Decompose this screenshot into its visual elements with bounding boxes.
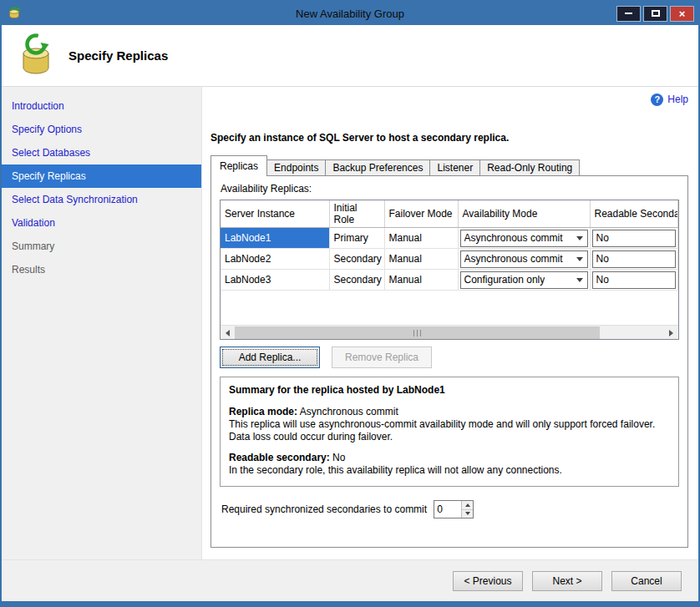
scrollbar-thumb[interactable] xyxy=(235,326,600,339)
initial-role-cell: Secondary xyxy=(329,270,384,291)
sidebar-item-summary: Summary xyxy=(2,235,201,258)
chevron-down-icon xyxy=(576,257,583,261)
spinner-down-icon xyxy=(465,512,470,515)
sidebar-item-select-data-synchronization[interactable]: Select Data Synchronization xyxy=(2,188,201,211)
page-title: Specify Replicas xyxy=(68,48,168,63)
window-bottom-border xyxy=(2,601,698,605)
help-icon: ? xyxy=(651,94,663,106)
availability-mode-value: Configuration only xyxy=(464,274,545,286)
tab-read-only-routing[interactable]: Read-Only Routing xyxy=(479,159,580,176)
replicas-tab-panel: Availability Replicas: Server Instance I… xyxy=(211,175,688,548)
availability-replicas-label: Availability Replicas: xyxy=(220,183,679,195)
horizontal-scrollbar[interactable] xyxy=(221,325,678,339)
replica-mode-label: Replica mode: xyxy=(229,406,297,417)
availability-mode-dropdown[interactable]: Configuration only xyxy=(460,271,588,289)
server-instance-cell[interactable]: LabNode1 xyxy=(221,228,329,249)
readable-secondary-dropdown[interactable]: No xyxy=(592,230,677,247)
wizard-header: Specify Replicas xyxy=(2,25,698,87)
scroll-right-icon xyxy=(669,330,673,336)
replica-buttons-row: Add Replica... Remove Replica xyxy=(220,346,679,368)
sidebar-item-select-databases[interactable]: Select Databases xyxy=(2,141,201,164)
titlebar[interactable]: New Availability Group × xyxy=(2,2,698,25)
availability-mode-value: Asynchronous commit xyxy=(464,232,563,244)
column-header-server-instance: Server Instance xyxy=(221,200,329,228)
failover-mode-cell: Manual xyxy=(384,228,458,249)
summary-title: Summary for the replica hosted by LabNod… xyxy=(229,384,670,397)
help-row: ? Help xyxy=(209,92,688,107)
readable-secondary-summary-value: No xyxy=(332,452,345,463)
sidebar-item-results: Results xyxy=(2,258,201,281)
readable-secondary-dropdown[interactable]: No xyxy=(592,271,677,289)
replica-summary-box: Summary for the replica hosted by LabNod… xyxy=(220,377,679,487)
add-replica-button[interactable]: Add Replica... xyxy=(220,346,320,368)
spinner-up-button[interactable] xyxy=(462,501,473,510)
tab-listener[interactable]: Listener xyxy=(429,159,480,176)
dialog-footer: < Previous Next > Cancel xyxy=(2,559,698,601)
initial-role-cell: Primary xyxy=(329,228,384,249)
wizard-steps-sidebar: Introduction Specify Options Select Data… xyxy=(2,87,202,559)
sidebar-item-specify-options[interactable]: Specify Options xyxy=(2,118,201,141)
availability-mode-dropdown[interactable]: Asynchronous commit xyxy=(460,230,588,247)
scrollbar-grip-icon xyxy=(413,330,421,336)
help-link[interactable]: Help xyxy=(667,94,688,105)
required-secondaries-spinner xyxy=(434,500,474,518)
scroll-left-button[interactable] xyxy=(221,326,235,339)
new-availability-group-window: New Availability Group × Specify Replica… xyxy=(0,0,700,607)
maximize-button[interactable] xyxy=(643,6,667,22)
readable-secondary-line: Readable secondary: No xyxy=(229,452,670,464)
previous-button[interactable]: < Previous xyxy=(453,571,523,591)
spinner-down-button[interactable] xyxy=(462,510,473,518)
availability-mode-dropdown[interactable]: Asynchronous commit xyxy=(460,250,588,268)
remove-replica-button[interactable]: Remove Replica xyxy=(332,346,432,368)
tab-endpoints[interactable]: Endpoints xyxy=(266,159,326,176)
replica-row-labnode1[interactable]: LabNode1 Primary Manual Asynchronous com… xyxy=(221,228,678,249)
chevron-down-icon xyxy=(576,278,583,282)
readable-secondary-value: No xyxy=(596,253,609,265)
spinner-up-icon xyxy=(465,503,470,507)
replica-row-labnode2[interactable]: LabNode2 Secondary Manual Asynchronous c… xyxy=(221,249,678,270)
availability-mode-value: Asynchronous commit xyxy=(464,253,563,265)
tab-strip: Replicas Endpoints Backup Preferences Li… xyxy=(209,155,688,176)
readable-secondary-dropdown[interactable]: No xyxy=(592,250,677,268)
instruction-text: Specify an instance of SQL Server to hos… xyxy=(209,132,688,144)
maximize-icon xyxy=(652,10,660,17)
failover-mode-cell: Manual xyxy=(384,249,458,270)
failover-mode-cell: Manual xyxy=(384,270,458,291)
column-header-readable-secondary: Readable Secondary xyxy=(590,200,678,228)
readable-secondary-value: No xyxy=(596,232,609,244)
replica-mode-description: This replica will use asynchronous-commi… xyxy=(229,418,670,443)
column-header-initial-role: Initial Role xyxy=(329,200,384,228)
window-title: New Availability Group xyxy=(2,8,698,20)
replica-mode-line: Replica mode: Asynchronous commit xyxy=(229,406,670,418)
minimize-button[interactable] xyxy=(616,6,641,22)
chevron-down-icon xyxy=(576,236,583,240)
initial-role-cell: Secondary xyxy=(329,249,384,270)
caption-buttons: × xyxy=(616,6,694,22)
sidebar-item-specify-replicas[interactable]: Specify Replicas xyxy=(2,164,201,188)
scroll-right-button[interactable] xyxy=(664,326,678,339)
server-instance-cell[interactable]: LabNode3 xyxy=(221,270,329,291)
spinner-buttons xyxy=(461,501,473,518)
main-panel: ? Help Specify an instance of SQL Server… xyxy=(202,87,698,559)
next-button[interactable]: Next > xyxy=(532,571,602,591)
close-icon: × xyxy=(679,8,686,19)
minimize-icon xyxy=(625,13,632,14)
sidebar-item-validation[interactable]: Validation xyxy=(2,211,201,235)
tab-backup-preferences[interactable]: Backup Preferences xyxy=(325,159,430,176)
column-header-availability-mode: Availability Mode xyxy=(458,200,590,228)
scroll-left-icon xyxy=(226,330,230,336)
sidebar-item-introduction[interactable]: Introduction xyxy=(2,94,201,118)
required-secondaries-label: Required synchronized secondaries to com… xyxy=(221,503,427,515)
tab-replicas[interactable]: Replicas xyxy=(211,155,267,176)
required-secondaries-input[interactable] xyxy=(434,501,461,518)
replica-mode-value: Asynchronous commit xyxy=(300,406,398,417)
close-button[interactable]: × xyxy=(670,6,694,22)
required-secondaries-row: Required synchronized secondaries to com… xyxy=(220,500,679,518)
replica-row-labnode3[interactable]: LabNode3 Secondary Manual Configuration … xyxy=(221,270,678,291)
readable-secondary-description: In the secondary role, this availability… xyxy=(229,464,670,477)
column-header-failover-mode: Failover Mode xyxy=(384,200,458,228)
availability-group-icon xyxy=(17,33,55,78)
server-instance-cell[interactable]: LabNode2 xyxy=(221,249,329,270)
cancel-button[interactable]: Cancel xyxy=(611,571,682,591)
grid-header-row: Server Instance Initial Role Failover Mo… xyxy=(221,200,678,228)
